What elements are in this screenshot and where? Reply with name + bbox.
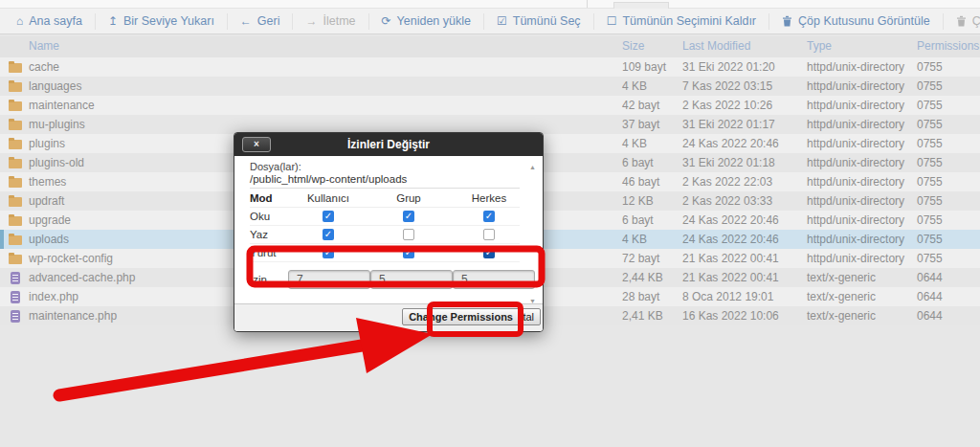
cell-last-modified: 2 Kas 2022 22:03: [682, 172, 772, 191]
cell-name: advanced-cache.php: [29, 268, 135, 287]
cell-name: plugins-old: [29, 153, 84, 172]
red-arrow-shaft: [59, 346, 362, 395]
perm-header-group: Grup: [368, 192, 449, 204]
folder-icon: [9, 63, 22, 73]
cell-last-modified: 16 Kas 2022 10:06: [682, 306, 779, 325]
cell-last-modified: 2 Kas 2022 10:26: [682, 96, 772, 115]
cell-type: httpd/unix-directory: [807, 211, 904, 230]
cell-size: 12 KB: [622, 191, 654, 211]
octal-input-world[interactable]: [453, 270, 535, 289]
perm-header-world: Herkes: [449, 192, 529, 204]
cell-type: httpd/unix-directory: [807, 57, 904, 77]
cell-permissions: 0755: [917, 153, 943, 172]
cell-size: 46 bayt: [622, 172, 659, 191]
folder-icon: [9, 159, 22, 168]
dialog-title: İzinleri Değiştir: [234, 133, 543, 156]
column-header-type[interactable]: Type: [807, 39, 832, 53]
trash-icon: [956, 15, 967, 27]
toolbar-item-reload[interactable]: ⟳Yeniden yükle: [369, 13, 484, 30]
trash-icon: [782, 15, 792, 27]
cell-size: 109 bayt: [622, 57, 666, 77]
cell-last-modified: 31 Eki 2022 01:20: [682, 57, 775, 77]
cell-name: cache: [29, 57, 59, 77]
column-header-size[interactable]: Size: [622, 39, 644, 53]
toolbar-item-up-one-level[interactable]: ↥Bir Seviye Yukarı: [96, 13, 228, 30]
cell-size: 4 KB: [622, 77, 647, 96]
cell-type: text/x-generic: [807, 287, 876, 306]
cell-permissions: 0755: [917, 249, 943, 268]
column-header-name[interactable]: Name: [29, 39, 59, 53]
cell-permissions: 0755: [917, 211, 943, 230]
checkbox-oku-user[interactable]: [323, 211, 334, 222]
checkbox-yaz-user[interactable]: [323, 229, 334, 240]
change-permissions-button[interactable]: Change Permissions: [402, 308, 520, 325]
checkbox-yürüt-group[interactable]: [403, 247, 414, 258]
cell-last-modified: 24 Kas 2022 20:46: [682, 211, 779, 230]
close-icon[interactable]: ×: [242, 137, 271, 152]
cell-name: themes: [29, 172, 66, 191]
folder-icon: [9, 255, 22, 264]
home-icon: ⌂: [16, 15, 23, 27]
toolbar: ⌂Ana sayfa↥Bir Seviye Yukarı←Geri→İletme…: [0, 9, 980, 34]
octal-input-group[interactable]: [370, 270, 453, 289]
toolbar-item-label: Geri: [257, 14, 280, 28]
cell-permissions: 0755: [917, 172, 943, 191]
folder-icon: [9, 178, 22, 188]
cell-name: updraft: [29, 191, 64, 211]
toolbar-item-back[interactable]: ←Geri: [228, 13, 294, 30]
cell-size: 2,44 KB: [622, 268, 663, 287]
cell-permissions: 0644: [917, 287, 943, 306]
table-row[interactable]: maintenance42 bayt2 Kas 2022 10:26httpd/…: [0, 96, 980, 115]
checkbox-yürüt-world[interactable]: [483, 247, 495, 258]
toolbar-item-forward: →İletme: [293, 13, 368, 30]
cell-permissions: 0644: [917, 268, 943, 287]
cell-type: httpd/unix-directory: [807, 172, 904, 191]
cell-size: 37 bayt: [622, 115, 659, 134]
cell-name: maintenance: [29, 96, 95, 115]
toolbar-item-view-trash[interactable]: Çöp Kutusunu Görüntüle: [769, 13, 944, 30]
cell-last-modified: 8 Oca 2012 19:01: [682, 287, 773, 306]
perm-row-oku: Oku: [250, 208, 520, 226]
cell-size: 72 bayt: [622, 249, 659, 268]
cell-permissions: 0755: [917, 134, 943, 153]
toolbar-item-label: Yeniden yükle: [397, 14, 471, 28]
cell-last-modified: 2 Kas 2022 03:33: [682, 191, 772, 211]
top-divider: [587, 0, 588, 8]
checkbox-oku-group[interactable]: [403, 211, 414, 222]
folder-icon: [9, 121, 22, 130]
cell-size: 28 bayt: [622, 287, 659, 306]
cell-size: 6 bayt: [622, 211, 654, 230]
toolbar-item-unselect-all[interactable]: ☐Tümünün Seçimini Kaldır: [594, 13, 769, 30]
checkbox-yürüt-user[interactable]: [323, 247, 334, 258]
toolbar-item-label: Tümünü Seç: [513, 14, 581, 28]
toolbar-item-label: İletme: [323, 14, 355, 28]
dialog-titlebar: × İzinleri Değiştir: [234, 133, 543, 156]
table-row[interactable]: cache109 bayt31 Eki 2022 01:20httpd/unix…: [0, 57, 980, 77]
checkbox-empty-icon: ☐: [607, 15, 617, 27]
file-icon: [11, 310, 20, 323]
table-row[interactable]: mu-plugins37 bayt31 Eki 2022 01:17httpd/…: [0, 115, 980, 134]
folder-icon: [9, 82, 22, 92]
change-permissions-dialog: × İzinleri Değiştir Dosya(lar): /public_…: [234, 132, 544, 332]
column-header-last-modified[interactable]: Last Modified: [682, 39, 750, 53]
perm-row-label: Yürüt: [250, 247, 288, 258]
files-label: Dosya(lar):: [250, 161, 520, 172]
cell-type: httpd/unix-directory: [807, 191, 904, 211]
checkbox-yaz-world[interactable]: [483, 229, 495, 240]
checkbox-oku-world[interactable]: [483, 211, 495, 222]
top-element-stub: [613, 2, 669, 9]
toolbar-item-home[interactable]: ⌂Ana sayfa: [4, 13, 96, 30]
toolbar-item-label: Çöp Kutusunu Görüntüle: [798, 14, 930, 28]
column-header-permissions[interactable]: Permissions: [917, 39, 979, 53]
checkbox-yaz-group[interactable]: [403, 229, 414, 240]
scrollbar-up-icon[interactable]: ▲: [529, 164, 536, 170]
table-row[interactable]: languages4 KB7 Kas 2022 03:15httpd/unix-…: [0, 77, 980, 96]
folder-icon: [9, 216, 22, 226]
cell-type: httpd/unix-directory: [807, 115, 904, 134]
cell-type: text/x-generic: [807, 306, 876, 325]
toolbar-item-select-all[interactable]: ☑Tümünü Seç: [484, 13, 594, 30]
toolbar-item-label: Bir Seviye Yukarı: [123, 14, 214, 28]
octal-input-user[interactable]: [288, 270, 370, 289]
file-icon: [11, 291, 20, 303]
toolbar-item-label: Çöp Kutusunu Boşalt: [972, 14, 980, 28]
